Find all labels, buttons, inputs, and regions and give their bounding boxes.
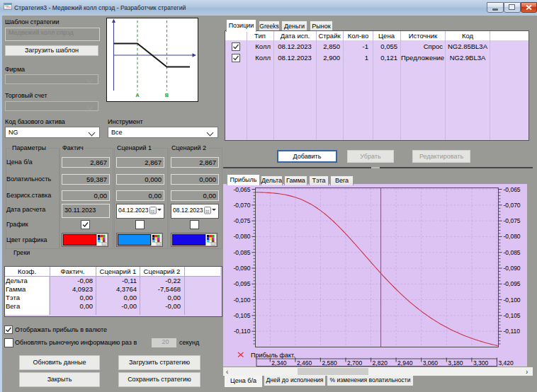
svg-text:3,180: 3,180 <box>448 359 463 367</box>
svg-text:-0,100: -0,100 <box>504 296 521 304</box>
svg-text:-0,110: -0,110 <box>234 328 251 335</box>
svg-text:-0,080: -0,080 <box>233 233 250 240</box>
svg-text:-0,070: -0,070 <box>233 202 250 209</box>
svg-text:-0,085: -0,085 <box>233 249 250 256</box>
svg-text:A: A <box>135 92 140 98</box>
svg-text:-0,080: -0,080 <box>504 233 521 240</box>
svg-text:-0,075: -0,075 <box>504 217 521 224</box>
svg-text:-0,105: -0,105 <box>233 312 250 319</box>
svg-text:2,340: 2,340 <box>271 359 287 367</box>
svg-text:-0,110: -0,110 <box>504 328 521 335</box>
svg-text:-0,065: -0,065 <box>233 186 250 193</box>
svg-text:-0,090: -0,090 <box>504 265 521 272</box>
svg-text:-0,100: -0,100 <box>233 296 250 304</box>
svg-text:2,580: 2,580 <box>322 359 337 367</box>
svg-text:-0,075: -0,075 <box>233 217 250 224</box>
svg-text:-0,085: -0,085 <box>504 249 521 256</box>
svg-text:-0,095: -0,095 <box>504 280 521 287</box>
svg-text:-0,065: -0,065 <box>504 186 521 193</box>
svg-text:3,420: 3,420 <box>498 359 514 367</box>
svg-text:2,460: 2,460 <box>297 359 312 367</box>
svg-text:B: B <box>165 92 169 98</box>
svg-text:Прибыль факт.: Прибыль факт. <box>251 352 295 359</box>
svg-text:-0,105: -0,105 <box>504 312 521 319</box>
svg-text:-0,090: -0,090 <box>233 265 250 272</box>
svg-text:2,940: 2,940 <box>397 359 413 367</box>
svg-text:-0,070: -0,070 <box>504 202 521 209</box>
svg-text:-0,095: -0,095 <box>233 280 250 287</box>
svg-text:2,820: 2,820 <box>373 359 388 367</box>
svg-text:3,060: 3,060 <box>423 359 439 367</box>
svg-text:2,700: 2,700 <box>347 359 363 367</box>
svg-text:3,300: 3,300 <box>473 359 489 367</box>
